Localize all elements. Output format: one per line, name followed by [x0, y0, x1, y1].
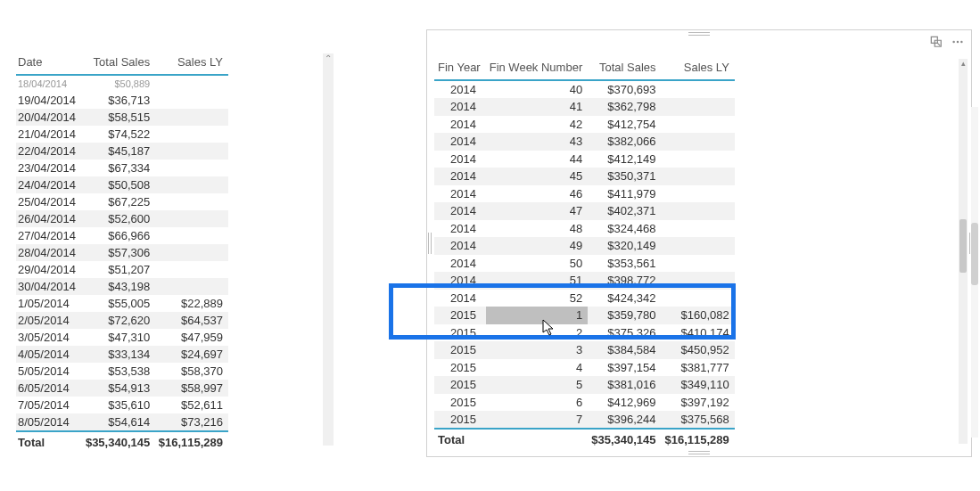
table-row[interactable]: 201450$353,561 [434, 255, 735, 273]
cell-date: 6/05/2014 [16, 380, 82, 397]
cell-sales-ly: $73,216 [155, 413, 228, 431]
cell-sales-ly: $58,370 [155, 363, 228, 380]
cell-week: 47 [486, 202, 589, 220]
table-row[interactable]: 30/04/2014$43,198 [16, 278, 228, 295]
table-row[interactable]: 23/04/2014$67,334 [16, 160, 228, 176]
cell-sales: $362,798 [588, 98, 661, 116]
cell-sales: $412,969 [588, 394, 661, 412]
col-sales-ly[interactable]: Sales LY [155, 52, 228, 75]
cell-week: 50 [486, 255, 589, 273]
col-date[interactable]: Date [16, 52, 82, 75]
cell-sales: $324,468 [588, 220, 661, 238]
cell-sales-ly [155, 244, 228, 261]
cell-sales-ly [155, 176, 228, 193]
table-row[interactable]: 26/04/2014$52,600 [16, 210, 228, 227]
table-row[interactable]: 1/05/2014$55,005$22,889 [16, 295, 228, 312]
cell-year: 2014 [434, 202, 486, 220]
right-visual-container[interactable]: Fin Year Fin Week Number Total Sales Sal… [426, 29, 972, 457]
more-options-icon[interactable] [951, 36, 964, 48]
table-row[interactable]: 20153$384,584$450,952 [434, 341, 735, 359]
scrollbar-thumb[interactable] [959, 219, 967, 273]
scroll-up-icon[interactable]: ▴ [959, 59, 968, 68]
cell-sales-ly: $47,959 [155, 329, 228, 346]
table-row[interactable]: 201448$324,468 [434, 220, 735, 238]
cell-date: 21/04/2014 [16, 126, 82, 143]
scrollbar-thumb[interactable] [971, 223, 978, 285]
table-row[interactable]: 25/04/2014$67,225 [16, 193, 228, 210]
table-row[interactable]: 20151$359,780$160,082 [434, 307, 735, 324]
cell-sales-ly [662, 220, 735, 238]
cell-sales: $55,005 [82, 295, 155, 312]
resize-handle-bottom[interactable] [688, 451, 710, 454]
table-row[interactable]: 29/04/2014$51,207 [16, 261, 228, 278]
table-row[interactable]: 201445$350,371 [434, 168, 735, 185]
cell-sales: $45,187 [82, 143, 155, 160]
cell-date: 28/04/2014 [16, 244, 82, 261]
svg-point-3 [960, 41, 962, 43]
col-fin-week[interactable]: Fin Week Number [486, 57, 589, 80]
table-row[interactable]: 22/04/2014$45,187 [16, 143, 228, 160]
table-row[interactable]: 20/04/2014$58,515 [16, 109, 228, 126]
table-row[interactable]: 201446$411,979 [434, 185, 735, 203]
table-row[interactable]: 6/05/2014$54,913$58,997 [16, 380, 228, 397]
table-row[interactable]: 3/05/2014$47,310$47,959 [16, 329, 228, 346]
table-row[interactable]: 20155$381,016$349,110 [434, 376, 735, 394]
cell-year: 2014 [434, 237, 486, 255]
table-row[interactable]: 24/04/2014$50,508 [16, 176, 228, 193]
cell-year: 2014 [434, 185, 486, 203]
table-row[interactable]: 20154$397,154$381,777 [434, 359, 735, 377]
table-row[interactable]: 27/04/2014$66,966 [16, 227, 228, 244]
resize-handle-left[interactable] [428, 233, 432, 254]
table-row[interactable]: 8/05/2014$54,614$73,216 [16, 413, 228, 431]
table-row[interactable]: 4/05/2014$33,134$24,697 [16, 346, 228, 363]
cell-sales-ly: $375,568 [662, 411, 735, 429]
cell-date: 1/05/2014 [16, 295, 82, 312]
table-row[interactable]: 201442$412,754 [434, 116, 735, 134]
scroll-up-icon[interactable]: ⌃ [323, 53, 334, 64]
table-row[interactable]: 201452$424,342 [434, 290, 735, 307]
col-total-sales[interactable]: Total Sales [82, 52, 155, 75]
table-row[interactable]: 19/04/2014$36,713 [16, 92, 228, 109]
cell-date: 24/04/2014 [16, 176, 82, 193]
col-total-sales[interactable]: Total Sales [588, 57, 661, 80]
table-row[interactable]: 20156$412,969$397,192 [434, 394, 735, 412]
svg-point-1 [952, 41, 954, 43]
date-sales-table[interactable]: Date Total Sales Sales LY 18/04/2014$50,… [16, 52, 228, 451]
table-row[interactable]: 201447$402,371 [434, 202, 735, 220]
cell-year: 2015 [434, 341, 486, 359]
cell-week: 4 [486, 359, 589, 377]
table-row[interactable]: 18/04/2014$50,889 [16, 75, 228, 92]
table-row[interactable]: 201451$398,772 [434, 272, 735, 290]
table-row[interactable]: 201444$412,149 [434, 151, 735, 168]
fin-week-table[interactable]: Fin Year Fin Week Number Total Sales Sal… [434, 57, 735, 446]
cell-sales-ly [155, 210, 228, 227]
table-row[interactable]: 7/05/2014$35,610$52,611 [16, 397, 228, 413]
cell-sales-ly [662, 237, 735, 255]
table-row[interactable]: 201441$362,798 [434, 98, 735, 116]
table-row[interactable]: 201440$370,693 [434, 80, 735, 98]
table-row[interactable]: 21/04/2014$74,522 [16, 126, 228, 143]
resize-handle-top[interactable] [688, 32, 710, 36]
table-row[interactable]: 20157$396,244$375,568 [434, 411, 735, 429]
cell-date: 19/04/2014 [16, 92, 82, 109]
cell-sales: $51,207 [82, 261, 155, 278]
page-scrollbar[interactable] [971, 107, 978, 438]
left-scrollbar[interactable]: ⌃ [323, 53, 334, 446]
cell-date: 30/04/2014 [16, 278, 82, 295]
table-row[interactable]: 201449$320,149 [434, 237, 735, 255]
col-fin-year[interactable]: Fin Year [434, 57, 486, 80]
cell-sales: $402,371 [588, 202, 661, 220]
cell-sales: $50,508 [82, 176, 155, 193]
table-row[interactable]: 5/05/2014$53,538$58,370 [16, 363, 228, 380]
cell-week: 6 [486, 394, 589, 412]
col-sales-ly[interactable]: Sales LY [662, 57, 735, 80]
cell-date: 20/04/2014 [16, 109, 82, 126]
cell-year: 2015 [434, 394, 486, 412]
right-scrollbar[interactable]: ▴ [959, 59, 968, 444]
focus-mode-icon[interactable] [930, 36, 943, 48]
table-row[interactable]: 201443$382,066 [434, 133, 735, 151]
svg-point-2 [957, 41, 959, 43]
table-row[interactable]: 20152$375,326$410,174 [434, 324, 735, 342]
table-row[interactable]: 2/05/2014$72,620$64,537 [16, 312, 228, 329]
table-row[interactable]: 28/04/2014$57,306 [16, 244, 228, 261]
